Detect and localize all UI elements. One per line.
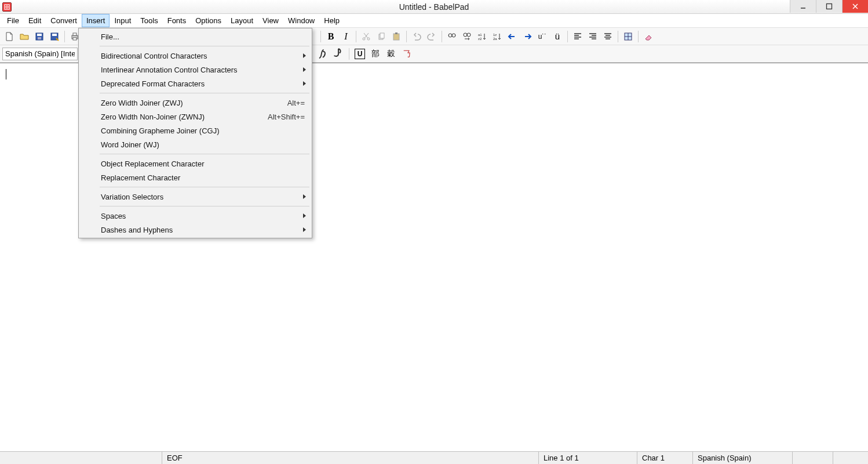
menu-item-label: Replacement Character — [101, 173, 180, 182]
han-lookup-icon[interactable]: 穀 — [384, 47, 398, 61]
radical-icon[interactable]: 部 — [369, 47, 382, 61]
replace-icon[interactable] — [460, 30, 474, 44]
menu-separator — [100, 206, 309, 206]
toolbar-separator — [406, 31, 407, 42]
menu-item[interactable]: Interlinear Annotation Control Character… — [80, 63, 311, 77]
svg-text:z2: z2 — [478, 37, 482, 41]
menu-item[interactable]: File... — [80, 30, 311, 44]
svg-rect-5 — [37, 34, 42, 36]
menu-item-label: Zero Width Non-Joiner (ZWNJ) — [101, 113, 205, 121]
sort-az-icon[interactable]: a1z2 — [475, 30, 489, 44]
script-char-icon[interactable] — [316, 47, 330, 61]
align-center-icon[interactable] — [601, 30, 615, 44]
menu-item[interactable]: Deprecated Format Characters — [80, 77, 311, 90]
cut-icon[interactable] — [359, 30, 373, 44]
find-icon[interactable] — [445, 30, 459, 44]
svg-text:1z: 1z — [493, 33, 497, 37]
menu-item[interactable]: Variation Selectors — [80, 190, 311, 204]
menu-item[interactable]: Zero Width Non-Joiner (ZWNJ)Alt+Shift+= — [80, 110, 311, 124]
svg-rect-11 — [73, 38, 76, 40]
menu-shortcut: Alt+= — [287, 99, 305, 107]
menu-file[interactable]: File — [2, 14, 24, 27]
menu-fonts[interactable]: Fonts — [163, 14, 191, 27]
menu-item[interactable]: Word Joiner (WJ) — [80, 137, 311, 151]
open-file-icon[interactable] — [17, 30, 31, 44]
menu-item[interactable]: Dashes and Hyphens — [80, 223, 311, 237]
menu-options[interactable]: Options — [191, 14, 226, 27]
sort-za-icon[interactable]: 1z2a — [490, 30, 504, 44]
toolbar-separator — [64, 31, 65, 42]
submenu-arrow-icon — [303, 227, 306, 232]
svg-text:a1: a1 — [478, 33, 482, 37]
svg-rect-1 — [827, 4, 832, 9]
redo-icon[interactable] — [425, 30, 439, 44]
toolbar-separator — [638, 31, 639, 42]
svg-rect-17 — [395, 32, 397, 34]
menu-view[interactable]: View — [258, 14, 283, 27]
menu-item-label: Word Joiner (WJ) — [101, 140, 159, 149]
eraser-icon[interactable] — [641, 30, 655, 44]
char-map-icon[interactable] — [621, 30, 635, 44]
status-char: Char 1 — [637, 452, 693, 464]
toolbar-separator — [567, 31, 568, 42]
stroke-icon[interactable] — [331, 47, 345, 61]
menu-edit[interactable]: Edit — [24, 14, 46, 27]
svg-rect-8 — [52, 34, 57, 36]
toolbar-separator — [618, 31, 618, 42]
menu-item[interactable]: Replacement Character — [80, 171, 311, 184]
arrow-right-icon[interactable] — [520, 30, 534, 44]
menu-item-label: Deprecated Format Characters — [101, 79, 205, 88]
status-panel-end1 — [793, 452, 833, 464]
status-eof: EOF — [162, 452, 539, 464]
menu-layout[interactable]: Layout — [226, 14, 258, 27]
toolbar-separator — [320, 31, 321, 42]
submenu-arrow-icon — [303, 53, 306, 58]
diacritic2-icon[interactable]: ü — [550, 30, 564, 44]
align-right-icon[interactable] — [586, 30, 600, 44]
svg-point-21 — [467, 33, 471, 37]
diacritic1-icon[interactable]: u˙˙ — [535, 30, 549, 44]
minimize-button[interactable] — [790, 0, 816, 13]
menu-tools[interactable]: Tools — [136, 14, 162, 27]
menu-item-label: Zero Width Joiner (ZWJ) — [101, 99, 183, 107]
copy-icon[interactable] — [374, 30, 388, 44]
menu-input[interactable]: Input — [110, 14, 136, 27]
menu-item-label: Combining Grapheme Joiner (CGJ) — [101, 126, 219, 135]
arrow-left-icon[interactable] — [505, 30, 519, 44]
paste-icon[interactable] — [389, 30, 403, 44]
menu-window[interactable]: Window — [283, 14, 319, 27]
close-button[interactable] — [842, 0, 868, 13]
menu-convert[interactable]: Convert — [46, 14, 82, 27]
menu-item[interactable]: Combining Grapheme Joiner (CGJ) — [80, 124, 311, 137]
menu-item[interactable]: Bidirectional Control Characters — [80, 49, 311, 63]
menu-item-label: Object Replacement Character — [101, 160, 204, 168]
language-input[interactable] — [2, 48, 78, 60]
svg-rect-16 — [393, 34, 399, 40]
submenu-arrow-icon — [303, 67, 306, 72]
menu-item[interactable]: Spaces — [80, 209, 311, 223]
save-icon[interactable] — [32, 30, 46, 44]
align-left-icon[interactable] — [571, 30, 585, 44]
menu-item-label: Bidirectional Control Characters — [101, 52, 207, 60]
status-language: Spanish (Spain) — [693, 452, 793, 464]
titlebar: Untitled - BabelPad — [0, 0, 868, 14]
new-file-icon[interactable] — [2, 30, 16, 44]
window-title: Untitled - BabelPad — [399, 2, 469, 12]
svg-point-20 — [464, 33, 467, 37]
strokes-icon[interactable]: ㇡ — [400, 47, 414, 61]
status-panel-end2 — [833, 452, 868, 464]
unicode-u-icon[interactable]: U — [353, 47, 367, 61]
submenu-arrow-icon — [303, 81, 306, 86]
menu-item[interactable]: Object Replacement Character — [80, 157, 311, 171]
save-as-icon[interactable] — [48, 30, 61, 44]
maximize-button[interactable] — [816, 0, 842, 13]
menu-separator — [100, 154, 309, 154]
menu-help[interactable]: Help — [319, 14, 344, 27]
italic-button[interactable]: I — [339, 30, 353, 44]
bold-button[interactable]: B — [324, 30, 338, 44]
menu-insert[interactable]: Insert — [82, 14, 110, 27]
svg-text:2a: 2a — [493, 37, 497, 41]
menu-item[interactable]: Zero Width Joiner (ZWJ)Alt+= — [80, 96, 311, 110]
toolbar-separator — [442, 31, 442, 42]
undo-icon[interactable] — [410, 30, 424, 44]
